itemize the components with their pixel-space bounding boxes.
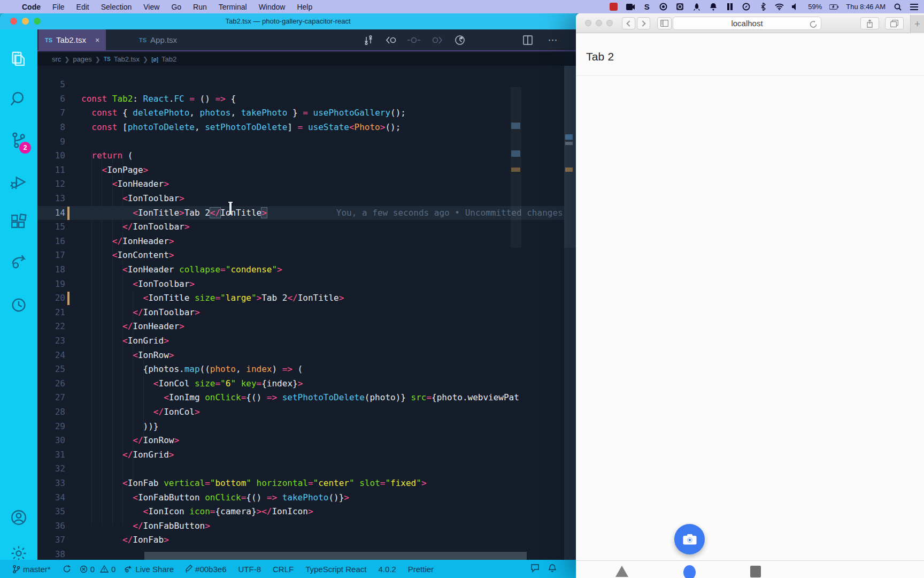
status-item-typescript-react[interactable]: TypeScript React <box>299 560 372 578</box>
pause-bars-icon[interactable] <box>725 2 734 11</box>
change-marker-icon[interactable] <box>406 33 421 48</box>
code-line-22[interactable]: 22 </IonHeader> <box>37 320 564 334</box>
code-line-33[interactable]: 33 <IonFab vertical="bottom" horizontal=… <box>37 476 564 491</box>
code-line-10[interactable]: 10 return ( <box>37 149 564 163</box>
menu-code[interactable]: Code <box>16 3 47 11</box>
status-item-0[interactable]: 0 <box>77 560 97 578</box>
code-line-26[interactable]: 26 <IonCol size="6" key={index}> <box>37 377 564 391</box>
code-line-23[interactable]: 23 <IonGrid> <box>37 334 564 348</box>
menu-help[interactable]: Help <box>291 3 318 11</box>
minimap[interactable] <box>564 66 576 560</box>
spotlight-search-icon[interactable] <box>893 2 902 11</box>
code-line-7[interactable]: 7 const { deletePhoto, photos, takePhoto… <box>37 106 564 120</box>
forward-button[interactable] <box>637 17 650 29</box>
explorer-icon[interactable] <box>10 51 28 69</box>
horizontal-scrollbar[interactable] <box>144 552 527 560</box>
status-s-icon[interactable]: S <box>642 2 651 11</box>
tab-tab-one[interactable]: Tab One <box>584 561 659 578</box>
status-item-0[interactable]: 0 <box>97 560 118 578</box>
account-icon[interactable] <box>10 508 28 527</box>
safari-close-button[interactable] <box>585 20 591 26</box>
code-line-21[interactable]: 21 </IonToolbar> <box>37 306 564 320</box>
code-line-20[interactable]: 20 <IonTitle size="large">Tab 2</IonTitl… <box>37 291 564 306</box>
code-line-5[interactable]: 5 <box>37 78 564 92</box>
safari-minimize-button[interactable] <box>596 20 602 26</box>
menu-go[interactable]: Go <box>165 3 187 11</box>
new-tab-button[interactable]: + <box>910 15 924 33</box>
back-button[interactable] <box>622 17 635 29</box>
extensions-icon[interactable] <box>10 213 28 231</box>
compass-icon[interactable] <box>742 2 751 11</box>
bell-icon[interactable] <box>709 2 718 11</box>
record-circle-icon[interactable] <box>659 2 668 11</box>
editor-tab-app.tsx[interactable]: TSApp.tsx <box>133 29 183 50</box>
tab-tab-two[interactable]: Tab Two <box>652 561 727 578</box>
code-line-28[interactable]: 28 </IonCol> <box>37 405 564 420</box>
safari-zoom-button[interactable] <box>606 20 613 26</box>
share-icon[interactable] <box>860 17 879 29</box>
code-line-32[interactable]: 32 <box>37 462 564 476</box>
code-line-19[interactable]: 19 <IonToolbar> <box>37 277 564 292</box>
camera-fab-button[interactable] <box>674 524 705 554</box>
show-tabs-icon[interactable] <box>885 17 904 29</box>
code-line-36[interactable]: 36 </IonFabButton> <box>37 519 564 534</box>
search-icon[interactable] <box>10 90 28 108</box>
bluetooth-icon[interactable] <box>758 2 767 11</box>
code-line-9[interactable]: 9 <box>37 135 564 149</box>
breadcrumb-item-tab2.tsx[interactable]: Tab2.tsx <box>114 55 140 63</box>
next-change-icon[interactable] <box>429 33 444 48</box>
code-line-30[interactable]: 30 </IonRow> <box>37 434 564 448</box>
wifi-icon[interactable] <box>775 2 784 11</box>
menu-file[interactable]: File <box>47 3 71 11</box>
notifications-bell-icon[interactable] <box>548 564 557 574</box>
code-line-11[interactable]: 11 <IonPage> <box>37 163 564 178</box>
feedback-icon[interactable] <box>530 564 540 574</box>
circle-tool-icon[interactable] <box>10 296 28 314</box>
rocket-icon[interactable] <box>692 2 701 11</box>
code-line-15[interactable]: 15 </IonToolbar> <box>37 220 564 234</box>
breadcrumb-item-tab2[interactable]: Tab2 <box>161 55 176 63</box>
status-item-utf-8[interactable]: UTF-8 <box>233 560 267 578</box>
address-bar[interactable]: localhost <box>673 17 821 30</box>
code-line-27[interactable]: 27 <IonImg onClick={() => setPhotoToDele… <box>37 391 564 405</box>
code-line-6[interactable]: 6const Tab2: React.FC = () => { <box>37 92 564 107</box>
code-line-25[interactable]: 25 {photos.map((photo, index) => ( <box>37 362 564 377</box>
status-item-sync[interactable] <box>57 560 77 578</box>
status-item-live-share[interactable]: Live Share <box>118 560 180 578</box>
menu-selection[interactable]: Selection <box>95 3 138 11</box>
menu-view[interactable]: View <box>137 3 165 11</box>
live-share-icon[interactable] <box>10 253 28 271</box>
sidebar-toggle-icon[interactable] <box>657 17 672 29</box>
breadcrumb[interactable]: src❯pages❯TSTab2.tsx❯[ø]Tab2 <box>37 52 576 66</box>
menubar-clock[interactable]: Thu 8:46 AM <box>846 3 886 11</box>
code-editor[interactable]: 56const Tab2: React.FC = () => {7 const … <box>37 66 576 560</box>
compare-changes-icon[interactable] <box>361 33 376 48</box>
code-line-16[interactable]: 16 </IonHeader> <box>37 234 564 249</box>
reload-icon[interactable] <box>810 19 817 32</box>
status-item-prettier[interactable]: Prettier <box>402 560 440 578</box>
vscode-titlebar[interactable]: Tab2.tsx — photo-gallery-capacitor-react <box>0 13 576 29</box>
camera-menu-icon[interactable] <box>626 2 635 11</box>
status-item-crlf[interactable]: CRLF <box>267 560 299 578</box>
safari-toolbar[interactable]: localhost + <box>576 13 924 33</box>
code-line-8[interactable]: 8 const [photoToDelete, setPhotoToDelete… <box>37 120 564 135</box>
code-line-18[interactable]: 18 <IonHeader collapse="condense"> <box>37 263 564 277</box>
close-tab-icon[interactable]: × <box>95 36 99 44</box>
code-line-34[interactable]: 34 <IonFabButton onClick={() => takePhot… <box>37 491 564 505</box>
breadcrumb-item-pages[interactable]: pages <box>73 55 91 63</box>
timeline-icon[interactable] <box>452 33 467 48</box>
code-line-35[interactable]: 35 <IonIcon icon={camera}></IonIcon> <box>37 505 564 519</box>
code-line-29[interactable]: 29 ))} <box>37 420 564 434</box>
code-line-31[interactable]: 31 </IonGrid> <box>37 448 564 462</box>
split-editor-icon[interactable] <box>520 33 535 48</box>
menu-run[interactable]: Run <box>187 3 213 11</box>
notification-center-icon[interactable] <box>910 2 919 11</box>
code-line-17[interactable]: 17 <IonContent> <box>37 248 564 263</box>
editor-tab-tab2.tsx[interactable]: TSTab2.tsx× <box>38 29 106 50</box>
code-line-12[interactable]: 12 <IonHeader> <box>37 177 564 192</box>
status-item-master-[interactable]: master* <box>6 560 57 578</box>
breadcrumb-item-src[interactable]: src <box>52 55 61 63</box>
volume-icon[interactable] <box>791 2 800 11</box>
more-actions-icon[interactable]: ⋯ <box>545 33 560 48</box>
code-line-14[interactable]: 14 <IonTitle>Tab 2</IonTitle>You, a few … <box>37 206 564 220</box>
